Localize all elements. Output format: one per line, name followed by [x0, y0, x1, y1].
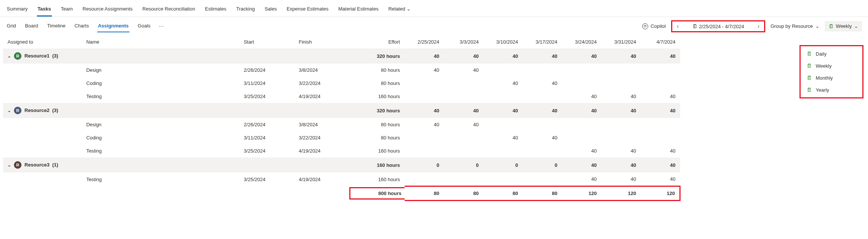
task-start[interactable]: 3/11/2024: [239, 77, 294, 90]
effort-cell[interactable]: [601, 77, 641, 90]
task-name[interactable]: Design: [82, 64, 239, 77]
effort-cell[interactable]: 40: [483, 103, 523, 118]
task-start[interactable]: 3/25/2024: [239, 144, 294, 157]
effort-cell[interactable]: [483, 118, 523, 131]
col-name[interactable]: Name: [82, 35, 239, 48]
col-week[interactable]: 3/31/2024: [601, 35, 641, 48]
task-row[interactable]: Design2/26/20243/8/202480 hours4040: [3, 118, 680, 131]
effort-cell[interactable]: 40: [562, 48, 602, 64]
task-effort[interactable]: 160 hours: [349, 172, 404, 186]
effort-cell[interactable]: 40: [522, 48, 562, 64]
effort-cell[interactable]: 0: [522, 157, 562, 172]
effort-cell[interactable]: [562, 131, 602, 144]
col-finish[interactable]: Finish: [294, 35, 349, 48]
task-name[interactable]: Coding: [82, 77, 239, 90]
tab-tracking[interactable]: Tracking: [236, 4, 256, 17]
task-finish[interactable]: 3/8/2024: [294, 64, 349, 77]
task-start[interactable]: 2/26/2024: [239, 118, 294, 131]
col-start[interactable]: Start: [239, 35, 294, 48]
task-name[interactable]: Testing: [82, 172, 239, 186]
effort-cell[interactable]: 40: [601, 157, 641, 172]
effort-cell[interactable]: 40: [405, 103, 444, 118]
tab-summary[interactable]: Summary: [6, 4, 29, 17]
effort-cell[interactable]: 40: [483, 48, 523, 64]
copilot-button[interactable]: ⟳ Copilot: [642, 23, 665, 29]
task-row[interactable]: Testing3/25/20244/19/2024160 hours404040: [3, 172, 680, 186]
task-effort[interactable]: 80 hours: [349, 77, 404, 90]
task-effort[interactable]: 80 hours: [349, 118, 404, 131]
timescale-option-monthly[interactable]: 🗓︎Monthly: [802, 72, 861, 84]
effort-cell[interactable]: 40: [562, 172, 602, 186]
effort-cell[interactable]: 40: [444, 103, 483, 118]
effort-cell[interactable]: [522, 172, 562, 186]
effort-cell[interactable]: 40: [444, 118, 483, 131]
effort-cell[interactable]: [522, 144, 562, 157]
effort-cell[interactable]: 40: [522, 131, 562, 144]
more-subtabs-button[interactable]: ⋯: [159, 23, 164, 29]
chevron-down-icon[interactable]: ⌄: [8, 163, 11, 167]
effort-cell[interactable]: 40: [405, 64, 444, 77]
group-row[interactable]: ⌄RResource2 (3)320 hours40404040404040: [3, 103, 680, 118]
effort-cell[interactable]: [641, 131, 680, 144]
tab-resource-reconciliation[interactable]: Resource Reconciliation: [142, 4, 196, 17]
task-start[interactable]: 3/11/2024: [239, 131, 294, 144]
col-week[interactable]: 3/3/2024: [444, 35, 483, 48]
tab-expense-estimates[interactable]: Expense Estimates: [286, 4, 329, 17]
effort-cell[interactable]: [444, 77, 483, 90]
task-start[interactable]: 3/25/2024: [239, 172, 294, 186]
effort-cell[interactable]: [562, 64, 602, 77]
task-row[interactable]: Design2/26/20243/8/202480 hours4040: [3, 64, 680, 77]
subtab-board[interactable]: Board: [24, 20, 39, 32]
col-week[interactable]: 3/10/2024: [483, 35, 523, 48]
col-assigned-to[interactable]: Assigned to: [3, 35, 82, 48]
effort-cell[interactable]: 40: [601, 172, 641, 186]
effort-cell[interactable]: 40: [405, 118, 444, 131]
task-effort[interactable]: 160 hours: [349, 144, 404, 157]
col-effort[interactable]: Effort: [349, 35, 404, 48]
subtab-grid[interactable]: Grid: [6, 20, 17, 32]
task-row[interactable]: Testing3/25/20244/19/2024160 hours404040: [3, 144, 680, 157]
effort-cell[interactable]: 40: [641, 157, 680, 172]
task-name[interactable]: Testing: [82, 144, 239, 157]
effort-cell[interactable]: [483, 90, 523, 103]
effort-cell[interactable]: [601, 131, 641, 144]
tab-team[interactable]: Team: [60, 4, 74, 17]
effort-cell[interactable]: 40: [444, 48, 483, 64]
effort-cell[interactable]: 40: [562, 157, 602, 172]
group-by-dropdown[interactable]: Group by Resource ⌄: [771, 23, 819, 29]
effort-cell[interactable]: 0: [444, 157, 483, 172]
col-week[interactable]: 3/17/2024: [522, 35, 562, 48]
date-prev-button[interactable]: ‹: [675, 23, 680, 30]
tab-tasks[interactable]: Tasks: [37, 4, 52, 17]
group-row[interactable]: ⌄RResource3 (1)160 hours0000404040: [3, 157, 680, 172]
effort-cell[interactable]: 40: [641, 144, 680, 157]
effort-cell[interactable]: [522, 64, 562, 77]
subtab-goals[interactable]: Goals: [137, 20, 151, 32]
group-row[interactable]: ⌄RResource1 (3)320 hours40404040404040: [3, 48, 680, 64]
effort-cell[interactable]: [444, 172, 483, 186]
task-start[interactable]: 2/26/2024: [239, 64, 294, 77]
effort-cell[interactable]: 40: [483, 77, 523, 90]
chevron-down-icon[interactable]: ⌄: [8, 54, 11, 58]
col-week[interactable]: 4/7/2024: [641, 35, 680, 48]
effort-cell[interactable]: [601, 118, 641, 131]
task-row[interactable]: Coding3/11/20243/22/202480 hours4040: [3, 77, 680, 90]
tab-related[interactable]: Related⌄: [388, 4, 412, 17]
effort-cell[interactable]: [405, 131, 444, 144]
task-name[interactable]: Design: [82, 118, 239, 131]
effort-cell[interactable]: [522, 90, 562, 103]
task-finish[interactable]: 3/22/2024: [294, 77, 349, 90]
task-finish[interactable]: 3/8/2024: [294, 118, 349, 131]
effort-cell[interactable]: [641, 64, 680, 77]
effort-cell[interactable]: [483, 144, 523, 157]
timescale-option-yearly[interactable]: 🗓︎Yearly: [802, 84, 861, 96]
task-finish[interactable]: 4/19/2024: [294, 144, 349, 157]
effort-cell[interactable]: 40: [641, 90, 680, 103]
effort-cell[interactable]: 40: [641, 48, 680, 64]
subtab-charts[interactable]: Charts: [74, 20, 90, 32]
task-effort[interactable]: 80 hours: [349, 131, 404, 144]
effort-cell[interactable]: 40: [601, 90, 641, 103]
tab-material-estimates[interactable]: Material Estimates: [338, 4, 379, 17]
timescale-option-daily[interactable]: 🗓︎Daily: [802, 48, 861, 60]
effort-cell[interactable]: 40: [522, 77, 562, 90]
